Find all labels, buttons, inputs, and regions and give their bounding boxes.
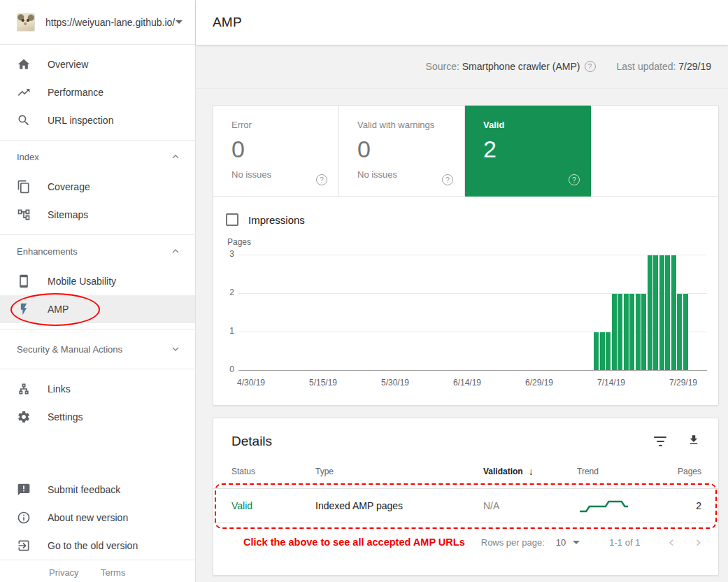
y-axis-title: Pages: [227, 237, 251, 247]
pages-bar-chart: Pages 3210 4/30/195/15/195/30/196/14/196…: [213, 229, 718, 404]
sidebar-item-about-new-version[interactable]: About new version: [0, 504, 195, 532]
section-security-manual-actions[interactable]: Security & Manual Actions: [0, 329, 195, 369]
main-content: AMP Source: Smartphone crawler (AMP) ? L…: [196, 0, 728, 582]
table-footer: Click the above to see all accepted AMP …: [213, 523, 718, 561]
search-console-app: https://weiyuan-lane.github.io/ Overview…: [0, 0, 728, 582]
sidebar-item-label: AMP: [48, 304, 69, 315]
pagination-range: 1-1 of 1: [609, 537, 640, 548]
card-sub: No issues: [357, 169, 452, 180]
card-label: Valid: [483, 120, 578, 130]
sidebar-item-amp[interactable]: AMP: [0, 295, 195, 323]
row-status: Valid: [231, 500, 315, 511]
column-validation[interactable]: Validation ↓: [483, 466, 577, 477]
help-icon[interactable]: ?: [442, 174, 453, 185]
amp-bolt-icon: [17, 302, 31, 316]
details-title: Details: [231, 434, 272, 449]
column-pages[interactable]: Pages: [661, 467, 701, 476]
sidebar-item-performance[interactable]: Performance: [0, 78, 195, 106]
section-enhancements[interactable]: Enhancements: [0, 235, 195, 267]
sort-down-icon: ↓: [529, 466, 534, 477]
section-label: Enhancements: [17, 246, 78, 257]
home-icon: [17, 57, 31, 71]
table-row[interactable]: Valid Indexed AMP pages N/A 2: [213, 488, 718, 523]
rows-per-page-label: Rows per page:: [481, 537, 545, 548]
last-updated-value: 7/29/19: [678, 61, 711, 72]
sidebar-item-url-inspection[interactable]: URL inspection: [0, 106, 195, 134]
pagination: Rows per page: 10 1-1 of 1 ‹ ›: [481, 534, 701, 550]
error-card[interactable]: Error 0 No issues ?: [213, 106, 339, 197]
chart-bars: [594, 255, 688, 370]
last-updated-label: Last updated:: [617, 61, 676, 72]
feedback-icon: [17, 483, 31, 497]
trending-up-icon: [17, 85, 31, 99]
help-icon[interactable]: ?: [316, 174, 327, 185]
property-selector[interactable]: https://weiyuan-lane.github.io/: [0, 0, 195, 45]
red-annotation-text: Click the above to see all accepted AMP …: [243, 537, 465, 548]
chevron-down-icon[interactable]: [170, 343, 181, 355]
card-label: Error: [231, 120, 326, 130]
sidebar-item-overview[interactable]: Overview: [0, 50, 195, 78]
summary-cards: Error 0 No issues ? Valid with warnings …: [213, 106, 718, 197]
row-trend-sparkline: [577, 497, 661, 516]
sidebar-item-label: URL inspection: [48, 115, 113, 126]
impressions-checkbox[interactable]: [226, 213, 238, 226]
sidebar-item-label: Coverage: [48, 181, 90, 192]
next-page-button[interactable]: ›: [695, 534, 701, 550]
source-label: Source:: [426, 61, 459, 72]
sidebar-item-links[interactable]: Links: [0, 375, 195, 403]
download-button[interactable]: [686, 434, 701, 449]
chevron-down-icon[interactable]: [176, 20, 183, 24]
filter-button[interactable]: [652, 434, 668, 449]
sidebar-item-label: Settings: [48, 411, 83, 423]
terms-link[interactable]: Terms: [101, 567, 125, 578]
sidebar-item-label: Submit feedback: [48, 484, 120, 495]
gear-icon: [17, 410, 31, 424]
chevron-up-icon[interactable]: [170, 246, 181, 257]
sidebar-item-label: Links: [48, 383, 71, 395]
details-header: Details: [213, 418, 718, 449]
section-index[interactable]: Index: [0, 141, 195, 173]
sidebar-item-coverage[interactable]: Coverage: [0, 173, 195, 201]
links-tree-icon: [17, 382, 31, 396]
row-validation: N/A: [483, 500, 577, 511]
column-trend[interactable]: Trend: [577, 467, 661, 476]
valid-with-warnings-card[interactable]: Valid with warnings 0 No issues ?: [339, 106, 465, 197]
nav-group-enhancements: Mobile Usability AMP: [0, 267, 195, 329]
sidebar-item-sitemaps[interactable]: Sitemaps: [0, 201, 195, 229]
details-panel: Details Status Type Validation ↓: [213, 418, 719, 576]
sidebar-item-label: About new version: [48, 512, 128, 523]
column-status[interactable]: Status: [231, 467, 315, 476]
sitemap-icon: [17, 208, 31, 222]
card-sub: No issues: [231, 169, 326, 180]
nav-group-bottom: Submit feedback About new version Go to …: [0, 476, 195, 560]
smartphone-icon: [17, 274, 31, 288]
previous-page-button[interactable]: ‹: [668, 534, 674, 550]
privacy-link[interactable]: Privacy: [49, 567, 79, 578]
row-pages: 2: [661, 500, 701, 511]
column-type[interactable]: Type: [315, 467, 483, 476]
impressions-toggle-row: Impressions: [213, 197, 718, 229]
source-value: Smartphone crawler (AMP): [462, 61, 580, 72]
valid-card-selected[interactable]: Valid 2 ?: [465, 106, 591, 197]
nav-group-index: Coverage Sitemaps: [0, 173, 195, 234]
sidebar-item-settings[interactable]: Settings: [0, 403, 195, 431]
sidebar: https://weiyuan-lane.github.io/ Overview…: [0, 0, 196, 582]
download-icon: [687, 434, 700, 449]
sidebar-item-go-to-old-version[interactable]: Go to the old version: [0, 532, 195, 560]
rows-per-page-value[interactable]: 10: [556, 537, 566, 548]
table-header: Status Type Validation ↓ Trend Pages: [213, 455, 718, 488]
sidebar-item-label: Performance: [48, 87, 104, 98]
row-type: Indexed AMP pages: [315, 500, 483, 511]
filter-icon: [654, 436, 666, 447]
sidebar-item-mobile-usability[interactable]: Mobile Usability: [0, 267, 195, 295]
chevron-down-icon[interactable]: [573, 541, 580, 544]
help-icon[interactable]: ?: [569, 174, 580, 185]
nav-group-top: Overview Performance URL inspection: [0, 45, 195, 141]
chevron-up-icon[interactable]: [170, 151, 181, 162]
source-bar: Source: Smartphone crawler (AMP) ? Last …: [196, 45, 728, 89]
page-title: AMP: [213, 15, 242, 30]
exit-icon: [17, 539, 31, 553]
sidebar-item-submit-feedback[interactable]: Submit feedback: [0, 476, 195, 504]
help-icon[interactable]: ?: [585, 61, 596, 72]
property-avatar: [17, 13, 35, 31]
